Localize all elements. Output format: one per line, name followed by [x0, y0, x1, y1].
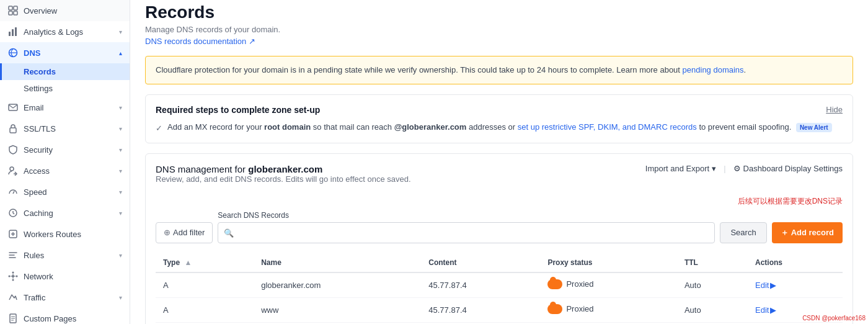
- sidebar-subitem-settings[interactable]: Settings: [0, 80, 130, 97]
- edit-arrow-icon-2: ▶: [770, 305, 776, 315]
- chevron-down-icon: ▾: [119, 125, 122, 132]
- sidebar-item-analytics-logs[interactable]: Analytics & Logs ▾: [0, 21, 130, 42]
- cloud-orange-icon-2: [547, 304, 562, 314]
- add-filter-label: Add filter: [173, 228, 205, 237]
- proxy-label-1: Proxied: [566, 279, 593, 289]
- col-type: Type ▲: [156, 253, 254, 272]
- svg-rect-2: [9, 11, 12, 15]
- sidebar-item-security[interactable]: Security ▾: [0, 139, 130, 160]
- sidebar-item-rules[interactable]: Rules ▾: [0, 245, 130, 266]
- cell-type-1: A: [156, 272, 254, 298]
- table-header-row: Type ▲ Name Content Proxy status TTL Act…: [156, 253, 843, 272]
- search-input-container: 🔍: [218, 222, 715, 243]
- annotation-text: 后续可以根据需要更改DNS记录: [156, 196, 843, 207]
- dashboard-settings-button[interactable]: ⚙ Dashboard Display Settings: [733, 164, 843, 173]
- search-add-row: ⊕ Add filter Search DNS Records 🔍 Search…: [156, 209, 843, 243]
- sidebar-item-email[interactable]: Email ▾: [0, 97, 130, 118]
- proxy-status-indicator-2: Proxied: [547, 304, 593, 314]
- check-icon: ✓: [156, 124, 162, 133]
- dns-mgmt-title-area: DNS management for globeranker.com Revie…: [156, 164, 411, 194]
- new-alert-badge: New Alert: [796, 123, 832, 132]
- sidebar-item-access[interactable]: Access ▾: [0, 160, 130, 181]
- zone-setup-section: Required steps to complete zone set-up H…: [145, 94, 853, 143]
- cell-proxy-2: Proxied: [540, 297, 677, 322]
- chevron-down-icon: ▾: [119, 168, 122, 174]
- import-export-button[interactable]: Import and Export ▾: [645, 164, 716, 173]
- zone-setup-title: Required steps to complete zone set-up: [156, 105, 320, 115]
- pending-domains-link[interactable]: pending domains: [683, 65, 744, 74]
- sidebar-item-speed-label: Speed: [24, 187, 47, 197]
- chevron-down-icon: ▾: [119, 146, 122, 153]
- page-title: Records: [145, 2, 853, 22]
- rules-icon: [7, 250, 19, 261]
- sidebar: Overview Analytics & Logs ▾ DNS ▴ Record…: [0, 0, 130, 324]
- zone-step: ✓ Add an MX record for your root domain …: [156, 122, 843, 133]
- chevron-down-icon: ▾: [119, 210, 122, 217]
- sidebar-item-access-label: Access: [24, 166, 50, 176]
- add-record-button[interactable]: ＋ Add record: [772, 222, 843, 243]
- sidebar-item-custom-pages[interactable]: Custom Pages: [0, 308, 130, 324]
- svg-point-14: [9, 276, 11, 277]
- external-link-icon: ↗: [249, 37, 255, 46]
- sidebar-item-speed[interactable]: Speed ▾: [0, 181, 130, 202]
- chevron-up-icon: ▴: [119, 50, 122, 56]
- chevron-down-icon: ▾: [119, 294, 122, 301]
- doc-link[interactable]: DNS records documentation ↗: [145, 37, 255, 46]
- cell-name-1: globeranker.com: [254, 272, 421, 298]
- sidebar-item-overview-label: Overview: [24, 6, 57, 16]
- search-input[interactable]: [218, 222, 715, 243]
- edit-link-1[interactable]: Edit ▶: [755, 281, 835, 290]
- svg-rect-6: [15, 27, 17, 36]
- svg-point-15: [16, 276, 18, 277]
- dns-table: Type ▲ Name Content Proxy status TTL Act…: [156, 253, 843, 323]
- cell-ttl-2: Auto: [677, 297, 748, 322]
- sidebar-item-email-label: Email: [24, 103, 44, 112]
- speed-icon: [7, 186, 19, 197]
- sidebar-item-ssl-tls[interactable]: SSL/TLS ▾: [0, 118, 130, 139]
- dns-mgmt-title: DNS management for globeranker.com: [156, 164, 411, 174]
- page-subtitle: Manage DNS records of your domain.: [145, 25, 853, 34]
- watermark: CSDN @pokerface168: [802, 315, 866, 322]
- filter-button-wrapper: ⊕ Add filter: [156, 209, 213, 243]
- col-content: Content: [421, 253, 540, 272]
- traffic-icon: [7, 292, 19, 303]
- step-text-before: Add an MX record for your: [167, 122, 262, 132]
- edit-link-2[interactable]: Edit ▶: [755, 305, 835, 315]
- add-filter-button[interactable]: ⊕ Add filter: [156, 222, 213, 243]
- email-icon: [7, 102, 19, 113]
- sidebar-subitem-records[interactable]: Records: [0, 63, 130, 80]
- sidebar-item-caching[interactable]: Caching ▾: [0, 202, 130, 223]
- sidebar-item-traffic[interactable]: Traffic ▾: [0, 287, 130, 308]
- main-content: Records Manage DNS records of your domai…: [130, 0, 868, 324]
- sidebar-item-dns[interactable]: DNS ▴: [0, 42, 130, 63]
- import-export-label: Import and Export: [645, 164, 709, 173]
- dashboard-settings-label: Dashboard Display Settings: [743, 164, 843, 173]
- sidebar-item-custom-pages-label: Custom Pages: [24, 314, 76, 323]
- filter-icon: ⊕: [164, 228, 170, 237]
- sidebar-item-dns-label: DNS: [24, 48, 40, 58]
- sidebar-item-security-label: Security: [24, 145, 53, 155]
- chevron-down-icon: ▾: [119, 189, 122, 196]
- cell-ttl-1: Auto: [677, 272, 748, 298]
- sidebar-item-network[interactable]: Network: [0, 266, 130, 287]
- sort-icon: ▲: [184, 258, 192, 267]
- zone-setup-header: Required steps to complete zone set-up H…: [156, 105, 843, 115]
- search-button[interactable]: Search: [720, 222, 766, 243]
- gear-icon: ⚙: [733, 164, 741, 173]
- col-proxy-status: Proxy status: [540, 253, 677, 272]
- cell-content-1: 45.77.87.4: [421, 272, 540, 298]
- proxy-label-2: Proxied: [566, 304, 593, 313]
- sidebar-item-traffic-label: Traffic: [24, 293, 45, 302]
- spf-dkim-dmarc-link[interactable]: set up restrictive SPF, DKIM, and DMARC …: [518, 122, 697, 132]
- sidebar-item-workers-routes[interactable]: Workers Routes: [0, 223, 130, 245]
- step-bold-email: @globeranker.com: [394, 122, 467, 132]
- sidebar-item-overview[interactable]: Overview: [0, 0, 130, 21]
- sidebar-subitem-records-label: Records: [24, 67, 56, 76]
- sidebar-item-network-label: Network: [24, 272, 53, 281]
- col-ttl: TTL: [677, 253, 748, 272]
- pages-icon: [7, 313, 19, 324]
- hide-button[interactable]: Hide: [826, 105, 843, 114]
- cloud-orange-icon: [547, 279, 562, 289]
- svg-point-13: [12, 275, 14, 277]
- table-row: A globeranker.com 45.77.87.4 Proxied Aut…: [156, 272, 843, 298]
